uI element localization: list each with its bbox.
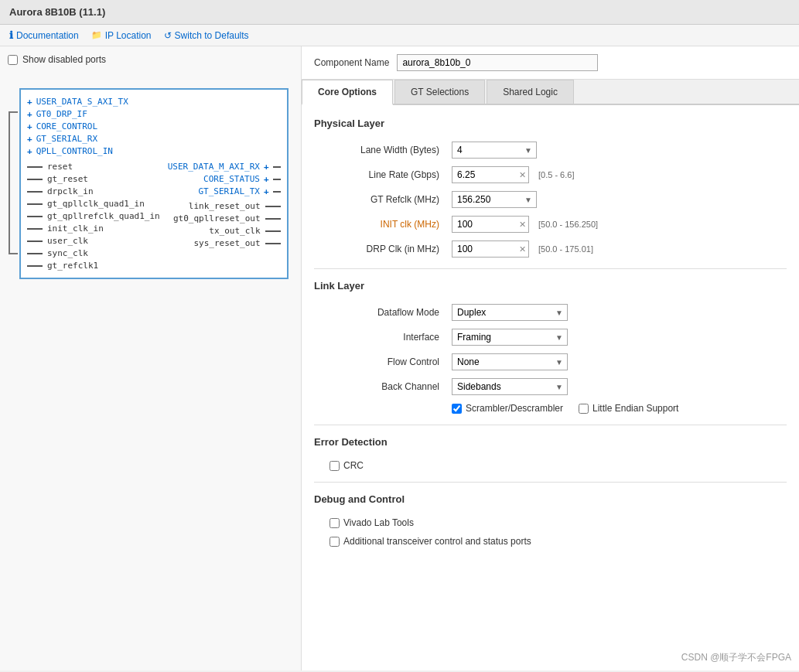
app-title: Aurora 8B10B (11.1): [9, 6, 105, 18]
gt-refclk-select-wrapper: 125.000 156.250 200.000 ▼: [452, 191, 537, 208]
flow-control-select-wrapper: None Yes ▼: [452, 353, 568, 370]
port-link-reset-out: link_reset_out: [168, 201, 281, 211]
little-endian-checkbox[interactable]: [579, 404, 589, 414]
right-ports: USER_DATA_M_AXI_RX + CORE_STATUS + GT_SE…: [168, 159, 281, 273]
tab-core-options[interactable]: Core Options: [302, 80, 393, 105]
port-gt0-qpllreset-out: gt0_qpllreset_out: [168, 213, 281, 223]
scrambler-checkbox[interactable]: [452, 404, 462, 414]
plus-icon: +: [27, 134, 32, 144]
wire-left: [27, 191, 43, 193]
info-icon: ℹ: [9, 29, 13, 41]
physical-layer-section: Physical Layer Lane Width (Bytes) 1 2 4 …: [314, 118, 787, 258]
component-name-bar: Component Name: [302, 46, 799, 80]
port-gt-serial-tx: GT_SERIAL_TX +: [168, 186, 281, 196]
gt-refclk-select[interactable]: 125.000 156.250 200.000: [452, 191, 537, 208]
tab-shared-logic[interactable]: Shared Logic: [487, 80, 574, 104]
line-rate-clear-btn[interactable]: ✕: [519, 170, 526, 180]
flow-control-row: Flow Control None Yes ▼: [322, 353, 787, 370]
left-bottom-ports: reset gt_reset drpclk_in gt_qpllclk: [27, 159, 160, 273]
crc-label[interactable]: CRC: [330, 460, 364, 471]
link-layer-content: Dataflow Mode Duplex Simplex TX Simplex …: [314, 304, 787, 414]
tab-bar: Core Options GT Selections Shared Logic: [302, 80, 799, 105]
port-reset: reset: [27, 162, 160, 172]
debug-control-content: Vivado Lab Tools Additional transceiver …: [314, 517, 787, 547]
lane-width-row: Lane Width (Bytes) 1 2 4 8 ▼: [322, 142, 787, 159]
ip-location-link[interactable]: 📁 IP Location: [91, 30, 152, 41]
dataflow-mode-select[interactable]: Duplex Simplex TX Simplex RX: [452, 304, 568, 321]
port-drpclk-in: drpclk_in: [27, 186, 160, 196]
wire-left: [27, 253, 43, 254]
additional-transceiver-checkbox[interactable]: [330, 537, 340, 547]
show-disabled-ports-row: Show disabled ports: [8, 54, 293, 65]
port-sync-clk: sync_clk: [27, 248, 160, 258]
error-detection-title: Error Detection: [314, 436, 787, 451]
back-channel-select[interactable]: Sidebands None: [452, 378, 568, 395]
dataflow-mode-label: Dataflow Mode: [322, 307, 446, 318]
port-gt-reset: gt_reset: [27, 174, 160, 184]
vivado-lab-label[interactable]: Vivado Lab Tools: [330, 517, 414, 528]
error-detection-section: Error Detection CRC: [314, 436, 787, 471]
interface-label: Interface: [322, 332, 446, 343]
drp-clk-range: [50.0 - 175.01]: [538, 244, 593, 254]
show-disabled-ports-checkbox[interactable]: [8, 55, 18, 65]
component-name-input[interactable]: [397, 54, 598, 71]
interface-row: Interface Framing Streaming ▼: [322, 329, 787, 346]
port-user-clk: user_clk: [27, 236, 160, 246]
flow-control-select[interactable]: None Yes: [452, 353, 568, 370]
module-diagram: + USER_DATA_S_AXI_TX + GT0_DRP_IF + CORE…: [19, 88, 293, 279]
debug-control-section: Debug and Control Vivado Lab Tools Addit…: [314, 493, 787, 547]
wire-left: [27, 203, 43, 205]
vivado-lab-checkbox[interactable]: [330, 518, 340, 528]
additional-transceiver-row: Additional transceiver control and statu…: [330, 536, 787, 547]
link-layer-title: Link Layer: [314, 280, 787, 295]
interface-select-wrapper: Framing Streaming ▼: [452, 329, 568, 346]
divider-1: [314, 268, 787, 269]
port-user-data-m-axi-rx: USER_DATA_M_AXI_RX +: [168, 162, 281, 172]
documentation-link[interactable]: ℹ Documentation: [9, 29, 79, 41]
port-gt0-drp-if: + GT0_DRP_IF: [27, 109, 281, 119]
port-core-control: + CORE_CONTROL: [27, 121, 281, 131]
line-rate-label: Line Rate (Gbps): [322, 169, 446, 180]
line-rate-range: [0.5 - 6.6]: [538, 170, 574, 179]
wire-left: [27, 166, 43, 168]
init-clk-label: INIT clk (MHz): [322, 219, 446, 230]
wire-left: [27, 240, 43, 242]
back-channel-label: Back Channel: [322, 381, 446, 392]
switch-defaults-link[interactable]: ↺ Switch to Defaults: [164, 30, 249, 41]
port-gt-refclk1: gt_refclk1: [27, 261, 160, 271]
component-name-label: Component Name: [314, 57, 389, 68]
additional-transceiver-label[interactable]: Additional transceiver control and statu…: [330, 536, 531, 547]
title-bar: Aurora 8B10B (11.1): [0, 0, 799, 25]
plus-icon: +: [27, 121, 32, 131]
interface-select[interactable]: Framing Streaming: [452, 329, 568, 346]
tab-content-core-options: Physical Layer Lane Width (Bytes) 1 2 4 …: [302, 105, 799, 567]
back-channel-select-wrapper: Sidebands None ▼: [452, 378, 568, 395]
lane-width-select-wrapper: 1 2 4 8 ▼: [452, 142, 537, 159]
port-gt-qpllrefclk: gt_qpllrefclk_quad1_in: [27, 211, 160, 221]
back-channel-row: Back Channel Sidebands None ▼: [322, 378, 787, 395]
scrambler-label[interactable]: Scrambler/Descrambler: [452, 403, 563, 414]
init-clk-clear-btn[interactable]: ✕: [519, 220, 526, 230]
dataflow-mode-select-wrapper: Duplex Simplex TX Simplex RX ▼: [452, 304, 568, 321]
wire-left: [27, 179, 43, 180]
right-panel: Component Name Core Options GT Selection…: [302, 46, 799, 670]
left-top-ports: + USER_DATA_S_AXI_TX + GT0_DRP_IF + CORE…: [27, 97, 281, 156]
little-endian-label[interactable]: Little Endian Support: [579, 403, 678, 414]
line-rate-input[interactable]: [452, 166, 529, 183]
vivado-lab-row: Vivado Lab Tools: [330, 517, 787, 528]
port-core-status: CORE_STATUS +: [168, 174, 281, 184]
drp-clk-label: DRP Clk (in MHz): [322, 244, 446, 254]
divider-2: [314, 425, 787, 425]
drp-clk-clear-btn[interactable]: ✕: [519, 244, 526, 254]
tab-gt-selections[interactable]: GT Selections: [394, 80, 485, 104]
watermark: CSDN @顺子学不会FPGA: [681, 651, 791, 664]
drp-clk-input[interactable]: [452, 240, 529, 258]
crc-checkbox[interactable]: [330, 461, 340, 471]
init-clk-input[interactable]: [452, 216, 529, 233]
port-qpll-control-in: + QPLL_CONTROL_IN: [27, 146, 281, 156]
show-disabled-ports-label[interactable]: Show disabled ports: [22, 54, 106, 65]
lane-width-select[interactable]: 1 2 4 8: [452, 142, 537, 159]
main-layout: Show disabled ports + USER_DATA_S_AXI_TX…: [0, 46, 799, 670]
init-clk-row: INIT clk (MHz) ✕ [50.0 - 156.250]: [322, 216, 787, 233]
module-box: + USER_DATA_S_AXI_TX + GT0_DRP_IF + CORE…: [19, 88, 289, 279]
